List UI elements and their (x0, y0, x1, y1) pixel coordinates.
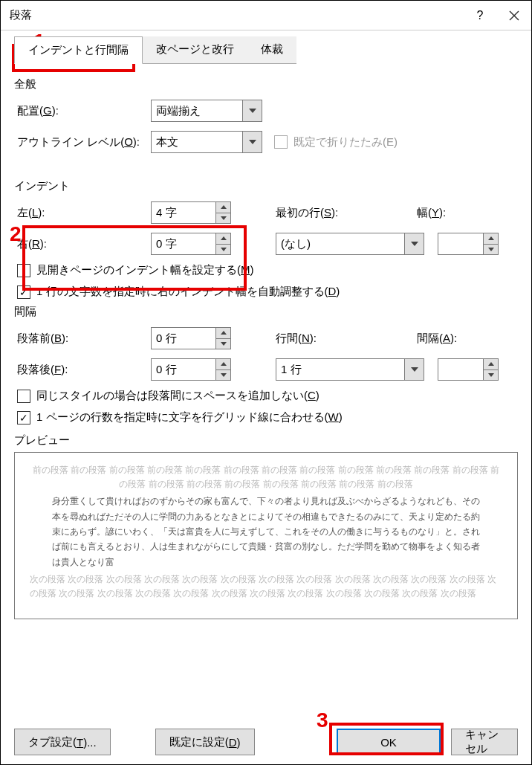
preview-body: 身分重くして貴ければおのずからその家も富んで、下々の者より見れば及ぶべからざるよ… (52, 494, 480, 569)
spin-up-icon[interactable] (484, 359, 498, 370)
linespace-label: 行間(N): (276, 332, 395, 346)
width-value (438, 233, 483, 254)
spin-down-icon[interactable] (216, 370, 230, 381)
close-icon (509, 10, 519, 21)
spin-up-icon[interactable] (216, 233, 230, 245)
snapgrid-label: 1 ページの行数を指定時に文字を行グリッド線に合わせる(W) (36, 410, 343, 425)
outline-value: 本文 (152, 135, 242, 149)
titlebar: 段落 ? (1, 1, 531, 30)
spin-up-icon[interactable] (216, 328, 230, 339)
alignment-label: 配置(G): (17, 104, 151, 118)
firstline-select[interactable]: (なし) (276, 233, 424, 255)
after-value: 0 行 (152, 359, 215, 380)
tab-page-breaks[interactable]: 改ページと改行 (143, 36, 247, 64)
outline-select[interactable]: 本文 (151, 131, 262, 153)
before-label: 段落前(B): (17, 332, 151, 346)
after-label: 段落後(F): (17, 363, 151, 377)
spin-up-icon[interactable] (216, 202, 230, 213)
chevron-down-icon (404, 359, 424, 380)
section-spacing: 間隔 (14, 305, 518, 319)
before-spinner[interactable]: 0 行 (151, 327, 231, 349)
snapgrid-checkbox[interactable]: ✓ (17, 411, 30, 425)
linespace-select[interactable]: 1 行 (276, 358, 424, 381)
spin-down-icon[interactable] (216, 245, 230, 255)
help-button[interactable]: ? (463, 1, 497, 30)
spin-up-icon[interactable] (216, 359, 230, 370)
nospace-checkbox[interactable] (17, 390, 30, 403)
preview-prev: 前の段落 前の段落 前の段落 前の段落 前の段落 前の段落 前の段落 前の段落 … (30, 463, 502, 491)
tab-indent-spacing[interactable]: インデントと行間隔 (14, 36, 143, 64)
firstline-value: (なし) (276, 237, 404, 251)
alignment-value: 両端揃え (152, 104, 242, 118)
chevron-down-icon (242, 132, 262, 152)
linespace-value: 1 行 (276, 363, 404, 377)
firstline-label: 最初の行(S): (276, 206, 395, 220)
mirror-indent-checkbox[interactable] (17, 264, 30, 277)
outline-label: アウトライン レベル(O): (17, 135, 151, 149)
auto-indent-label: 1 行の文字数を指定時に右のインデント幅を自動調整する(D) (36, 285, 340, 299)
spin-down-icon[interactable] (484, 245, 498, 255)
chevron-down-icon (242, 100, 262, 121)
indent-right-spinner[interactable]: 0 字 (151, 233, 231, 255)
set-default-button[interactable]: 既定に設定(D) (155, 729, 255, 755)
spaceval-value (438, 359, 483, 380)
chevron-down-icon (404, 233, 424, 254)
before-value: 0 行 (152, 328, 215, 349)
spin-down-icon[interactable] (216, 213, 230, 224)
mirror-indent-label: 見開きページのインデント幅を設定する(M) (36, 263, 254, 277)
section-preview: プレビュー (14, 433, 518, 448)
tab-bar: インデントと行間隔 改ページと改行 体裁 (14, 36, 518, 64)
cancel-button[interactable]: キャンセル (451, 729, 518, 755)
ok-button[interactable]: OK (337, 729, 441, 755)
spaceval-label: 間隔(A): (417, 332, 457, 346)
spin-down-icon[interactable] (216, 339, 230, 349)
width-spinner[interactable] (438, 233, 499, 255)
spaceval-spinner[interactable] (438, 358, 499, 381)
section-indent: インデント (14, 179, 518, 193)
indent-left-spinner[interactable]: 4 字 (151, 201, 231, 224)
auto-indent-checkbox[interactable]: ✓ (17, 285, 30, 299)
tab-asian-typography[interactable]: 体裁 (247, 36, 296, 64)
collapse-checkbox (274, 135, 288, 149)
width-label: 幅(Y): (417, 206, 446, 220)
indent-left-label: 左(L): (17, 206, 151, 220)
indent-right-value: 0 字 (152, 233, 215, 254)
spin-up-icon[interactable] (484, 233, 498, 245)
section-general: 全般 (14, 77, 518, 91)
preview-box: 前の段落 前の段落 前の段落 前の段落 前の段落 前の段落 前の段落 前の段落 … (14, 452, 518, 619)
close-button[interactable] (497, 1, 531, 30)
spin-down-icon[interactable] (484, 370, 498, 381)
footer: タブ設定(T)... 既定に設定(D) OK キャンセル (14, 729, 518, 755)
preview-next: 次の段落 次の段落 次の段落 次の段落 次の段落 次の段落 次の段落 次の段落 … (30, 572, 502, 600)
indent-left-value: 4 字 (152, 202, 215, 223)
indent-right-label: 右(R): (17, 237, 151, 251)
dialog-title: 段落 (10, 8, 463, 22)
after-spinner[interactable]: 0 行 (151, 358, 231, 381)
alignment-select[interactable]: 両端揃え (151, 100, 262, 122)
collapse-label: 既定で折りたたみ(E) (293, 135, 398, 149)
nospace-label: 同じスタイルの場合は段落間にスペースを追加しない(C) (36, 389, 319, 403)
tab-settings-button[interactable]: タブ設定(T)... (14, 729, 111, 755)
